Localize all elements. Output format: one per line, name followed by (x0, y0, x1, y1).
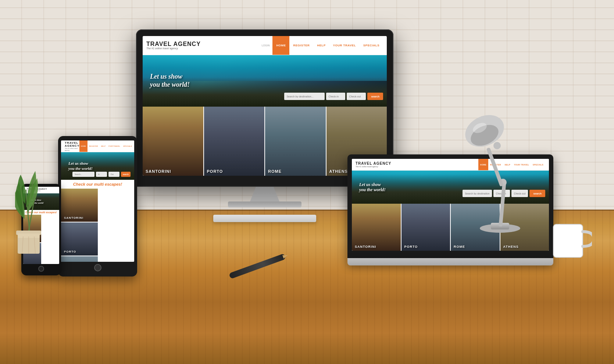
laptop-base (347, 258, 553, 265)
desktop-nav-help[interactable]: HELP (313, 36, 329, 55)
website-tablet: TRAVEL AGENCY The #1 online travel agenc… (61, 140, 134, 262)
desktop-hero: Let us show you the world! search (143, 55, 387, 107)
tablet-home-button[interactable] (94, 264, 101, 271)
destination-rome[interactable]: ROME (265, 107, 326, 176)
desktop-nav-home[interactable]: HOME (272, 36, 289, 55)
tablet-bezel: TRAVEL AGENCY The #1 online travel agenc… (58, 136, 137, 276)
desktop-nav-specials[interactable]: SPECIALS (360, 36, 383, 55)
destination-santorini[interactable]: SANTORINI (143, 107, 203, 176)
desktop-nav: TRAVEL AGENCY The #1 online travel agenc… (143, 36, 387, 55)
phone-home-button[interactable] (38, 266, 44, 272)
desktop-nav-login[interactable]: LOGIN (262, 44, 270, 47)
laptop-hero-text: Let us showyou the world! (359, 182, 386, 193)
search-button[interactable]: search (367, 93, 383, 100)
desktop-nav-your-travel[interactable]: YOUR TRAVEL (329, 36, 360, 55)
tablet-screen: TRAVEL AGENCY The #1 online travel agenc… (61, 140, 134, 262)
tablet-device: TRAVEL AGENCY The #1 online travel agenc… (58, 136, 137, 276)
tablet-brand-title: TRAVEL AGENCY (65, 142, 79, 147)
tablet-dest-santorini[interactable]: SANTORINI (61, 189, 98, 222)
svg-rect-9 (499, 182, 506, 226)
desktop-hero-text: Let us show you the world! (150, 73, 190, 89)
svg-rect-11 (486, 147, 504, 187)
svg-rect-17 (557, 224, 561, 257)
search-destination-input[interactable] (284, 93, 325, 100)
laptop-dest-porto[interactable]: PORTO (401, 204, 450, 251)
tablet-hero: Let us showyou the world! search (61, 152, 134, 180)
tablet-nav-links: HOME REGISTER HELP PORTTRAVEL SPECIALS (79, 140, 133, 152)
tablet-dest-porto[interactable]: PORTO (61, 222, 98, 256)
tablet-nav-specials[interactable]: SPECIALS (122, 140, 133, 152)
tablet-search-input[interactable] (72, 172, 94, 177)
tablet-checkin[interactable] (96, 172, 107, 177)
svg-point-12 (493, 142, 501, 149)
tablet-section-title: Check our multi escapes! (61, 180, 134, 189)
laptop-dest-santorini[interactable]: SANTORINI (352, 204, 401, 251)
tablet-search: search (72, 172, 131, 177)
checkin-input[interactable] (326, 93, 345, 100)
monitor-stand (228, 201, 301, 207)
checkout-input[interactable] (347, 93, 366, 100)
desktop-hero-search: search (284, 93, 383, 100)
desktop-brand-subtitle: The #1 online travel agency (146, 47, 262, 50)
plant-pot (18, 233, 40, 254)
plant-decoration (18, 233, 40, 254)
tablet-nav-help[interactable]: HELP (100, 140, 107, 152)
tablet-hero-text: Let us showyou the world! (68, 161, 93, 171)
tablet-nav-home[interactable]: HOME (79, 140, 88, 152)
desktop-brand: TRAVEL AGENCY The #1 online travel agenc… (146, 41, 262, 50)
desktop-brand-title: TRAVEL AGENCY (146, 41, 262, 47)
tablet-checkout[interactable] (108, 172, 119, 177)
tablet-destinations: SANTORINI PORTO ROME ATHENS (61, 189, 134, 262)
tablet-nav-register[interactable]: REGISTER (88, 140, 99, 152)
tablet-dest-rome[interactable]: ROME (61, 256, 98, 262)
desktop-nav-links: HOME REGISTER HELP YOUR TRAVEL SPECIALS (272, 36, 383, 55)
keyboard (213, 215, 316, 222)
monitor-neck (250, 187, 279, 201)
tablet-search-btn[interactable]: search (121, 172, 131, 177)
destination-porto[interactable]: PORTO (204, 107, 265, 176)
tablet-nav: TRAVEL AGENCY The #1 online travel agenc… (61, 140, 134, 152)
tablet-brand-sub: The #1 online travel agency (65, 147, 79, 151)
desk-lamp (460, 109, 540, 235)
tablet-nav-travel[interactable]: PORTTRAVEL (107, 140, 122, 152)
desktop-nav-register[interactable]: REGISTER (289, 36, 313, 55)
plant-stems (21, 160, 39, 233)
tablet-brand: TRAVEL AGENCY The #1 online travel agenc… (65, 142, 79, 151)
coffee-mug (551, 219, 585, 256)
